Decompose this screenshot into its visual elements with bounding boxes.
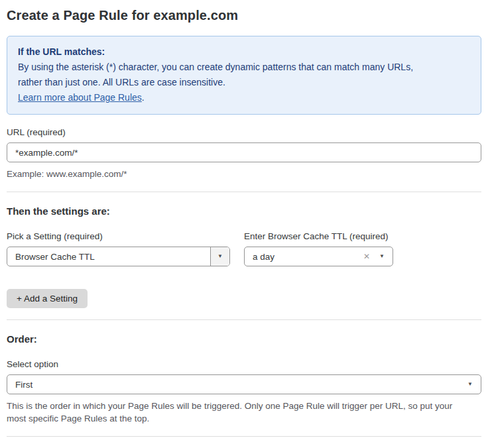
info-box-body-line-2: rather than just one. All URLs are case …: [18, 75, 470, 90]
link-suffix: .: [142, 92, 145, 103]
page-title: Create a Page Rule for example.com: [7, 8, 481, 23]
setting-picker-value: Browser Cache TTL: [7, 252, 210, 262]
setting-picker-label: Pick a Setting (required): [7, 231, 230, 241]
info-box-body-line-1: By using the asterisk (*) character, you…: [18, 60, 470, 75]
divider: [7, 192, 481, 192]
setting-picker-column: Pick a Setting (required) Browser Cache …: [7, 231, 230, 266]
caret-down-glyph: ▼: [217, 254, 223, 259]
order-section-heading: Order:: [7, 333, 481, 345]
caret-down-icon: ▼: [379, 254, 385, 259]
setting-picker-dropdown[interactable]: Browser Cache TTL ▼: [7, 247, 230, 266]
order-select-value: First: [15, 380, 467, 390]
caret-down-icon[interactable]: ▼: [210, 247, 229, 266]
order-select-label: Select option: [7, 359, 481, 369]
order-helper-line-2: most specific Page Rules at the top.: [7, 412, 481, 425]
ttl-select-value: a day: [253, 252, 363, 262]
url-example-helper: Example: www.example.com/*: [7, 168, 481, 180]
divider: [7, 319, 481, 320]
order-helper: This is the order in which your Page Rul…: [7, 400, 481, 425]
ttl-select-dropdown[interactable]: a day ✕ ▼: [244, 247, 393, 266]
info-box-heading: If the URL matches:: [18, 44, 470, 60]
url-input[interactable]: [7, 142, 481, 162]
clear-icon[interactable]: ✕: [363, 252, 370, 260]
learn-more-link[interactable]: Learn more about Page Rules: [18, 92, 142, 103]
order-helper-line-1: This is the order in which your Page Rul…: [7, 400, 481, 412]
add-setting-button[interactable]: + Add a Setting: [7, 289, 88, 308]
settings-section-heading: Then the settings are:: [7, 205, 481, 217]
url-match-info-box: If the URL matches: By using the asteris…: [7, 36, 481, 115]
caret-down-icon: ▼: [467, 382, 473, 387]
order-select-dropdown[interactable]: First ▼: [7, 374, 481, 394]
ttl-select-column: Enter Browser Cache TTL (required) a day…: [244, 231, 393, 266]
url-field: URL (required) Example: www.example.com/…: [7, 127, 481, 180]
url-label: URL (required): [7, 127, 481, 137]
divider: [7, 436, 481, 437]
settings-row: Pick a Setting (required) Browser Cache …: [7, 231, 481, 266]
ttl-select-label: Enter Browser Cache TTL (required): [244, 231, 393, 241]
